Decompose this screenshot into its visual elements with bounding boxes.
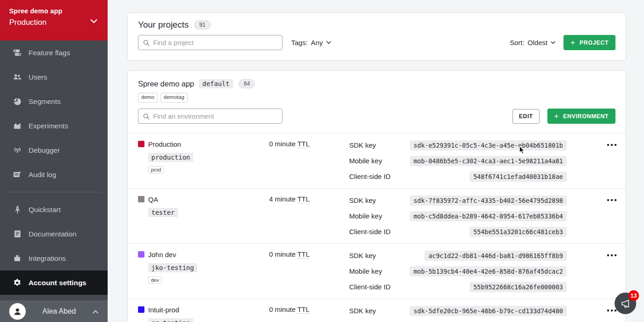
sdk-key-label: SDK key <box>349 307 376 315</box>
client-side-id-label: Client-side ID <box>349 283 391 291</box>
audit-log-icon <box>12 170 22 179</box>
main-content: Your projects 91 Tags: Any Sort: Oldest … <box>108 0 644 322</box>
environment-color-swatch <box>138 251 144 258</box>
project-tag: demo <box>138 93 158 103</box>
page-title: Your projects <box>138 20 189 30</box>
quickstart-icon <box>12 205 22 214</box>
sdk-key-value[interactable]: sdk-7f835972-affc-4335-b402-56e4795d2898 <box>410 196 567 206</box>
sidebar-environment-name: Production <box>9 18 99 27</box>
sdk-key-value[interactable]: sdk-e529391c-05c5-4c3e-a45e-eb04b651801b <box>410 140 567 150</box>
sidebar: Spree demo app Production Feature flags … <box>0 0 108 322</box>
environment-tag: prod <box>148 166 164 173</box>
project-tag: demotag <box>161 93 188 103</box>
sidebar-item-quickstart[interactable]: Quickstart <box>0 197 108 222</box>
sidebar-item-audit-log[interactable]: Audit log <box>0 162 108 187</box>
search-icon <box>143 113 150 120</box>
mobile-key-value[interactable]: mob-5b139cb4-40e4-42e6-858d-876af45dcac2 <box>410 266 567 276</box>
sidebar-nav-secondary: Quickstart Documentation Integrations Ac… <box>0 197 108 295</box>
sidebar-nav-primary: Feature flags Users Segments Experiments… <box>0 40 108 187</box>
plus-icon: + <box>570 39 575 46</box>
sdk-key-value[interactable]: ac9c1d22-db81-446d-ba81-d986165ff8b9 <box>425 251 567 261</box>
environment-search[interactable] <box>138 109 282 124</box>
ttl-term[interactable]: TTL <box>297 305 310 314</box>
chevron-up-icon <box>92 307 98 316</box>
ttl-term[interactable]: TTL <box>297 250 310 259</box>
environment-color-swatch <box>138 196 144 202</box>
sidebar-divider <box>6 192 102 192</box>
sidebar-item-experiments[interactable]: Experiments <box>0 114 108 138</box>
sidebar-item-documentation[interactable]: Documentation <box>0 222 108 246</box>
environment-name: QA <box>148 196 158 203</box>
client-side-id-value[interactable]: 548f6741c1efad40031b18ae <box>470 172 567 182</box>
sdk-key-label: SDK key <box>349 196 376 204</box>
mobile-key-label: Mobile key <box>349 267 382 275</box>
project-name: Spree demo app <box>138 80 194 88</box>
environment-tags: dev <box>148 276 269 284</box>
environment-count-badge: 64 <box>239 79 255 88</box>
project-search-input[interactable] <box>153 39 277 46</box>
environment-row: Production production prod 0 minute TTL … <box>128 133 626 188</box>
sidebar-item-account-settings[interactable]: Account settings <box>0 270 108 295</box>
user-menu[interactable]: Alea Abed <box>0 300 108 322</box>
experiments-icon <box>12 121 22 131</box>
project-tags: demodemotag <box>138 93 615 103</box>
environment-tags: prod <box>148 165 269 173</box>
project-key: default <box>199 79 233 88</box>
client-side-id-label: Client-side ID <box>349 228 391 236</box>
plus-icon: + <box>554 112 559 120</box>
chevron-down-icon <box>551 41 556 44</box>
new-environment-button[interactable]: + ENVIRONMENT <box>547 109 616 124</box>
tags-filter-dropdown[interactable]: Tags: Any <box>291 39 331 46</box>
feature-flags-icon <box>12 48 22 58</box>
environment-color-swatch <box>138 141 144 147</box>
environment-key[interactable]: jko-testing <box>148 263 197 272</box>
environment-tag: dev <box>148 276 162 284</box>
user-name: Alea Abed <box>26 307 92 316</box>
documentation-icon <box>12 229 22 239</box>
mobile-key-value[interactable]: mob-0486b5e5-c302-4ca3-aec1-5e98211a4a81 <box>410 156 567 166</box>
client-side-id-value[interactable]: 55b9522668c16a26fe000003 <box>470 282 567 292</box>
environment-row: Intuit-prod ag-testing 0 minute TTL SDK … <box>128 299 626 322</box>
notification-count-badge: 13 <box>628 290 639 301</box>
ttl-term[interactable]: TTL <box>297 140 310 148</box>
mobile-key-value[interactable]: mob-c5d8ddea-b289-4642-8954-617eb85336b4 <box>410 211 567 221</box>
environment-search-input[interactable] <box>153 113 277 120</box>
sidebar-item-debugger[interactable]: Debugger <box>0 138 108 162</box>
segments-icon <box>12 97 22 106</box>
environment-color-swatch <box>138 306 144 313</box>
mobile-key-label: Mobile key <box>349 212 382 220</box>
environment-ttl: 0 minute TTL <box>269 305 349 322</box>
environment-key[interactable]: production <box>148 153 193 162</box>
sort-dropdown[interactable]: Sort: Oldest <box>510 39 556 46</box>
sort-value: Oldest <box>528 39 547 46</box>
overflow-menu-button[interactable] <box>607 253 616 293</box>
overflow-menu-button[interactable] <box>607 198 616 237</box>
project-search[interactable] <box>138 35 282 50</box>
sdk-key-label: SDK key <box>349 252 376 259</box>
ttl-term[interactable]: TTL <box>297 195 310 203</box>
edit-project-button[interactable]: EDIT <box>512 109 539 124</box>
chevron-down-icon <box>326 41 331 44</box>
sidebar-item-integrations[interactable]: Integrations <box>0 246 108 270</box>
new-project-button[interactable]: + PROJECT <box>564 35 615 50</box>
chevron-down-icon <box>90 17 98 25</box>
search-icon <box>143 40 150 46</box>
sdk-key-label: SDK key <box>349 141 376 149</box>
overflow-menu-button[interactable] <box>607 308 616 322</box>
environment-list: Production production prod 0 minute TTL … <box>128 133 626 322</box>
environment-key[interactable]: tester <box>148 208 178 217</box>
client-side-id-value[interactable]: 554be551a3201c66c481ceb3 <box>470 227 567 237</box>
sidebar-item-users[interactable]: Users <box>0 65 108 89</box>
overflow-menu-button[interactable] <box>607 143 616 182</box>
project-environment-switcher[interactable]: Spree demo app Production <box>0 0 108 40</box>
sidebar-item-feature-flags[interactable]: Feature flags <box>0 40 108 65</box>
environment-ttl: 0 minute TTL <box>269 250 349 293</box>
tags-filter-label: Tags: <box>291 39 308 46</box>
notifications-button[interactable]: 13 <box>615 293 636 314</box>
mobile-key-label: Mobile key <box>349 157 382 165</box>
tags-filter-value: Any <box>311 39 323 46</box>
environment-key[interactable]: ag-testing <box>148 318 193 322</box>
sidebar-project-name: Spree demo app <box>9 7 99 15</box>
sidebar-item-segments[interactable]: Segments <box>0 89 108 114</box>
sdk-key-value[interactable]: sdk-5dfe20cb-965e-48b6-b79c-cd133d74d480 <box>410 306 567 316</box>
